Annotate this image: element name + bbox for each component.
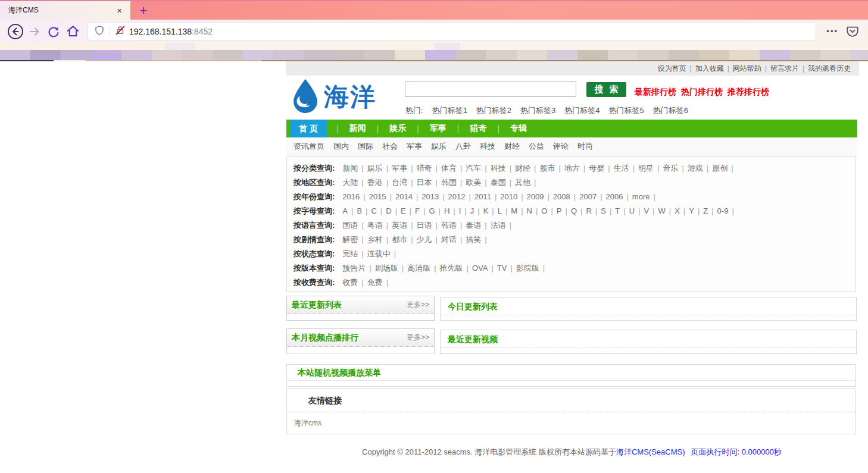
query-link[interactable]: B (357, 206, 362, 215)
query-link[interactable]: 体育 (441, 164, 457, 173)
subnav-item[interactable]: 财经 (504, 141, 520, 152)
subnav-item[interactable]: 社会 (382, 141, 398, 152)
query-link[interactable]: 地方 (564, 164, 580, 173)
query-link[interactable]: 乡村 (367, 235, 383, 244)
query-link[interactable]: N (527, 206, 532, 215)
query-link[interactable]: 2006 (606, 192, 623, 201)
query-link[interactable]: C (371, 206, 376, 215)
hot-tag-link[interactable]: 热门标签2 (476, 105, 511, 116)
query-link[interactable]: 日语 (417, 221, 432, 230)
cms-link[interactable]: 海洋CMS(SeaCMS) (616, 447, 685, 456)
hot-tag-link[interactable]: 热门标签4 (564, 105, 600, 116)
query-link[interactable]: U (629, 206, 635, 215)
friend-link[interactable]: 海洋cms (294, 418, 321, 428)
query-link[interactable]: 其他 (515, 178, 530, 187)
query-link[interactable]: 2015 (369, 192, 386, 201)
more-link[interactable]: 更多>> (407, 333, 429, 343)
query-link[interactable]: H (444, 206, 449, 215)
query-link[interactable]: 股市 (539, 164, 555, 173)
query-link[interactable]: 2009 (527, 192, 544, 201)
query-link[interactable]: 2014 (395, 192, 413, 201)
back-button[interactable] (6, 22, 25, 41)
query-link[interactable]: 韩国 (441, 178, 457, 187)
hot-tag-link[interactable]: 热门标签1 (432, 105, 467, 116)
query-link[interactable]: 对话 (441, 235, 457, 244)
query-link[interactable]: P (557, 206, 562, 215)
utility-link[interactable]: 我的观看历史 (808, 64, 851, 74)
query-link[interactable]: D (386, 206, 391, 215)
hot-tag-link[interactable]: 热门标签5 (609, 105, 644, 116)
query-link[interactable]: 影院版 (516, 264, 539, 272)
query-link[interactable]: 韩语 (441, 221, 457, 230)
query-link[interactable]: 2010 (500, 192, 517, 201)
page-actions-icon[interactable]: ••• (822, 27, 843, 36)
query-link[interactable]: 汽车 (466, 164, 481, 173)
query-link[interactable]: 欧美 (466, 178, 481, 187)
query-link[interactable]: 原创 (712, 164, 728, 173)
query-link[interactable]: 完结 (342, 249, 358, 258)
query-link[interactable]: E (401, 206, 406, 215)
query-link[interactable]: S (601, 206, 606, 215)
query-link[interactable]: A (342, 206, 348, 215)
home-button[interactable] (63, 22, 82, 41)
query-link[interactable]: 剧场版 (375, 264, 398, 272)
subnav-item[interactable]: 娱乐 (431, 141, 447, 152)
query-link[interactable]: 香港 (367, 178, 383, 187)
query-link[interactable]: 音乐 (663, 164, 678, 173)
query-link[interactable]: 搞笑 (466, 235, 481, 244)
query-link[interactable]: 大陆 (342, 178, 358, 187)
subnav-item[interactable]: 国际 (358, 141, 373, 152)
insecure-lock-icon[interactable] (115, 25, 126, 38)
query-link[interactable]: K (483, 206, 489, 215)
utility-link[interactable]: 设为首页 (658, 64, 686, 74)
query-link[interactable]: 新闻 (342, 164, 358, 173)
query-link[interactable]: 娱乐 (367, 164, 383, 173)
query-link[interactable]: 免费 (367, 278, 383, 287)
subnav-item[interactable]: 军事 (407, 141, 422, 152)
tab-close-icon[interactable]: × (114, 5, 124, 15)
query-link[interactable]: R (586, 206, 591, 215)
query-link[interactable]: 预告片 (342, 264, 366, 272)
query-link[interactable]: 收费 (342, 278, 358, 287)
search-button[interactable]: 搜索 (586, 82, 626, 97)
nav-item-home-active[interactable]: 首 页 (290, 120, 327, 137)
nav-item[interactable]: 新闻 (348, 123, 367, 134)
query-link[interactable]: 母婴 (589, 164, 604, 173)
query-link[interactable]: TV (497, 264, 507, 272)
query-link[interactable]: 英语 (392, 221, 407, 230)
pocket-icon[interactable] (843, 22, 862, 41)
forward-button[interactable] (25, 22, 44, 41)
query-link[interactable]: more (632, 192, 650, 201)
rank-link[interactable]: 推荐排行榜 (728, 87, 769, 98)
tracking-protection-shield-icon[interactable] (94, 25, 105, 38)
query-link[interactable]: Q (571, 206, 577, 215)
query-link[interactable]: 泰语 (466, 221, 481, 230)
query-link[interactable]: 军事 (392, 164, 407, 173)
query-link[interactable]: 粤语 (367, 221, 383, 230)
query-link[interactable]: Y (689, 206, 694, 215)
query-link[interactable]: 2016 (342, 192, 360, 201)
query-link[interactable]: 财经 (515, 164, 530, 173)
query-link[interactable]: 生活 (614, 164, 629, 173)
query-link[interactable]: 少儿 (417, 235, 432, 244)
query-link[interactable]: OVA (472, 264, 488, 272)
reload-button[interactable] (44, 22, 63, 41)
query-link[interactable]: X (675, 206, 680, 215)
query-link[interactable]: V (644, 206, 649, 215)
query-link[interactable]: 高清版 (407, 264, 430, 272)
query-link[interactable]: 2007 (579, 192, 597, 201)
rank-link[interactable]: 最新排行榜 (635, 87, 676, 98)
query-link[interactable]: G (429, 206, 435, 215)
query-link[interactable]: 科技 (491, 164, 506, 173)
query-link[interactable]: 明星 (638, 164, 654, 173)
subnav-item[interactable]: 资讯首页 (294, 141, 324, 152)
subnav-item[interactable]: 评论 (553, 141, 569, 152)
rank-link[interactable]: 热门排行榜 (681, 87, 723, 98)
subnav-item[interactable]: 时尚 (577, 141, 593, 152)
query-link[interactable]: W (658, 206, 665, 215)
query-link[interactable]: 猎奇 (417, 164, 432, 173)
subnav-item[interactable]: 公益 (529, 141, 544, 152)
search-input[interactable] (405, 82, 576, 97)
query-link[interactable]: M (511, 206, 517, 215)
utility-link[interactable]: 加入收藏 (695, 64, 724, 74)
